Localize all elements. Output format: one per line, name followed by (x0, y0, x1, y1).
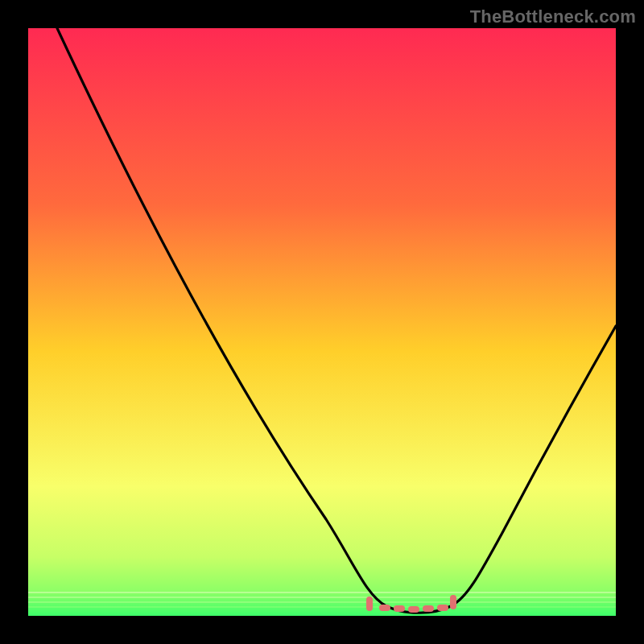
svg-rect-3 (28, 606, 616, 608)
svg-rect-2 (28, 601, 616, 603)
chart-frame: TheBottleneck.com (0, 0, 644, 644)
svg-rect-5 (450, 595, 456, 609)
bottleneck-chart-svg (28, 28, 616, 616)
svg-rect-9 (423, 605, 434, 612)
svg-rect-1 (28, 597, 616, 598)
svg-rect-0 (28, 592, 616, 593)
svg-rect-10 (437, 605, 448, 611)
svg-rect-7 (394, 605, 405, 612)
plot-area (28, 28, 616, 616)
svg-rect-6 (379, 605, 390, 611)
svg-rect-4 (366, 597, 373, 611)
svg-rect-8 (408, 606, 419, 613)
gradient-background (28, 28, 616, 616)
watermark-label: TheBottleneck.com (470, 6, 636, 27)
